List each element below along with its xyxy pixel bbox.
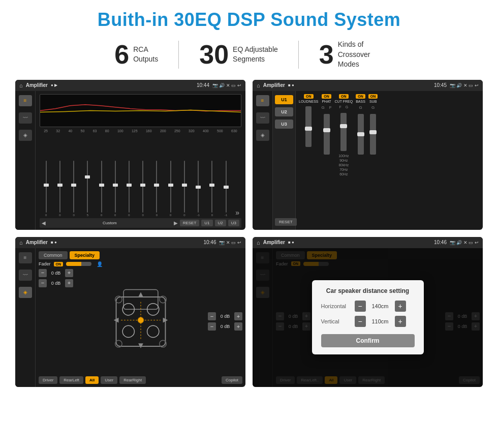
eq-track-4[interactable]	[101, 161, 102, 213]
amp-sub-slider[interactable]	[370, 114, 376, 155]
eq-thumb-5[interactable]	[113, 184, 118, 187]
screen1-dots: ● ▶	[51, 83, 57, 87]
copilot-button[interactable]: Copilot	[222, 376, 242, 384]
eq-thumb-11[interactable]	[196, 186, 201, 189]
spk-icon-2[interactable]: 〰	[19, 270, 32, 281]
spk-icon-1[interactable]: ≡	[19, 252, 32, 263]
eq-track-3[interactable]	[87, 161, 88, 213]
dialog-vertical-minus[interactable]: −	[355, 316, 366, 327]
dialog-horizontal-plus[interactable]: +	[395, 301, 406, 312]
confirm-button[interactable]: Confirm	[321, 334, 415, 347]
amp-u1-button[interactable]: U1	[275, 95, 293, 104]
db-plus-3[interactable]: +	[234, 312, 242, 320]
home-icon[interactable]: ⌂	[19, 82, 23, 88]
amp-icon-3[interactable]: ◈	[256, 130, 269, 141]
eq-next-button[interactable]: ▶	[174, 220, 178, 226]
eq-track-5[interactable]	[115, 161, 116, 213]
db-minus-2[interactable]: −	[39, 279, 47, 287]
eq-prev-button[interactable]: ◀	[42, 220, 46, 226]
eq-thumb-6[interactable]	[127, 184, 132, 187]
rearleft-button[interactable]: RearLeft	[59, 376, 83, 384]
eq-track-13[interactable]	[226, 161, 227, 213]
db-control-4: − 0 dB +	[208, 322, 242, 331]
home-icon-4[interactable]: ⌂	[257, 240, 260, 246]
eq-track-7[interactable]	[142, 161, 143, 213]
speaker-specialty-tab[interactable]: Specialty	[70, 251, 100, 259]
dialog-vertical-row: Vertical − 110cm +	[321, 316, 415, 327]
eq-track-0[interactable]	[46, 161, 47, 213]
fader-icon[interactable]: 👤	[97, 261, 103, 267]
eq-more-icon[interactable]: »	[233, 208, 241, 217]
eq-thumb-2[interactable]	[71, 184, 76, 187]
amp-sub-on[interactable]: ON	[368, 94, 378, 99]
eq-u1-button[interactable]: U1	[201, 220, 212, 226]
eq-val-7: 0	[142, 214, 144, 217]
eq-track-9[interactable]	[170, 161, 171, 213]
amp-loudness-on[interactable]: ON	[304, 94, 314, 99]
amp-bass-on[interactable]: ON	[356, 94, 365, 99]
db-minus-3[interactable]: −	[208, 312, 216, 320]
home-icon-2[interactable]: ⌂	[257, 82, 260, 88]
amp-reset-button[interactable]: RESET	[275, 218, 297, 226]
spk-icon-3[interactable]: ◈	[19, 287, 32, 298]
eq-u3-button[interactable]: U3	[228, 220, 239, 226]
eq-track-11[interactable]	[198, 161, 199, 213]
eq-reset-button[interactable]: RESET	[180, 220, 200, 226]
amp-loudness-slider[interactable]	[305, 106, 312, 147]
db-plus-1[interactable]: +	[65, 269, 73, 277]
eq-track-6[interactable]	[129, 161, 130, 213]
eq-thumb-3[interactable]	[85, 175, 90, 178]
eq-thumb-9[interactable]	[168, 184, 173, 187]
eq-track-12[interactable]	[211, 161, 212, 213]
eq-thumb-0[interactable]	[44, 184, 49, 187]
stat-eq-text: EQ AdjustableSegments	[233, 45, 278, 65]
amp-loudness-thumb[interactable]	[305, 127, 312, 131]
all-button[interactable]: All	[85, 376, 99, 384]
fader-slider[interactable]	[66, 262, 91, 266]
speaker-common-tab[interactable]: Common	[39, 251, 68, 259]
eq-icon-2[interactable]: 〰	[19, 112, 32, 124]
eq-thumb-8[interactable]	[154, 184, 159, 187]
amp-icon-2[interactable]: 〰	[256, 112, 269, 124]
eq-thumb-7[interactable]	[140, 184, 145, 187]
amp-phat-thumb[interactable]	[323, 128, 330, 132]
db-plus-2[interactable]: +	[65, 279, 73, 287]
db-plus-4[interactable]: +	[234, 322, 242, 331]
eq-icon-1[interactable]: ≡	[19, 95, 32, 106]
eq-u2-button[interactable]: U2	[215, 220, 226, 226]
amp-bass-slider[interactable]	[358, 114, 364, 155]
db-minus-4[interactable]: −	[208, 322, 216, 331]
driver-button[interactable]: Driver	[39, 376, 57, 384]
amp-cutfreq-slider[interactable]	[340, 113, 347, 151]
user-button[interactable]: User	[101, 376, 117, 384]
amp-controls: ON LOUDNESS ON PHAT G F	[296, 91, 483, 230]
eq-val-10: 0	[183, 214, 185, 217]
amp-bass-thumb[interactable]	[357, 132, 364, 136]
amp-icon-1[interactable]: ≡	[256, 95, 269, 106]
eq-thumb-13[interactable]	[224, 186, 229, 189]
fader-on-badge[interactable]: ON	[54, 262, 64, 266]
db-minus-1[interactable]: −	[39, 269, 47, 277]
dialog-vertical-plus[interactable]: +	[395, 316, 406, 327]
amp-cutfreq-on[interactable]: ON	[339, 94, 349, 99]
eq-thumb-10[interactable]	[182, 184, 187, 187]
eq-track-8[interactable]	[156, 161, 157, 213]
eq-thumb-4[interactable]	[99, 184, 104, 187]
eq-track-2[interactable]	[73, 161, 74, 213]
amp-phat-on[interactable]: ON	[322, 94, 331, 99]
amp-cutfreq-thumb[interactable]	[340, 124, 347, 128]
home-icon-3[interactable]: ⌂	[19, 240, 23, 246]
dialog-horizontal-row: Horizontal − 140cm +	[321, 301, 415, 312]
amp-u3-button[interactable]: U3	[275, 120, 293, 129]
eq-thumb-12[interactable]	[209, 184, 214, 187]
screen3-icons: 📷 ✕ ▭ ↩	[219, 240, 241, 245]
eq-track-1[interactable]	[59, 161, 60, 213]
eq-track-10[interactable]	[184, 161, 185, 213]
amp-sub-thumb[interactable]	[369, 130, 377, 134]
dialog-horizontal-minus[interactable]: −	[355, 301, 366, 312]
rearright-button[interactable]: RearRight	[119, 376, 146, 384]
eq-thumb-1[interactable]	[57, 184, 63, 187]
eq-icon-3[interactable]: ◈	[19, 130, 32, 141]
amp-u2-button[interactable]: U2	[275, 107, 293, 116]
amp-phat-slider[interactable]	[324, 114, 330, 155]
